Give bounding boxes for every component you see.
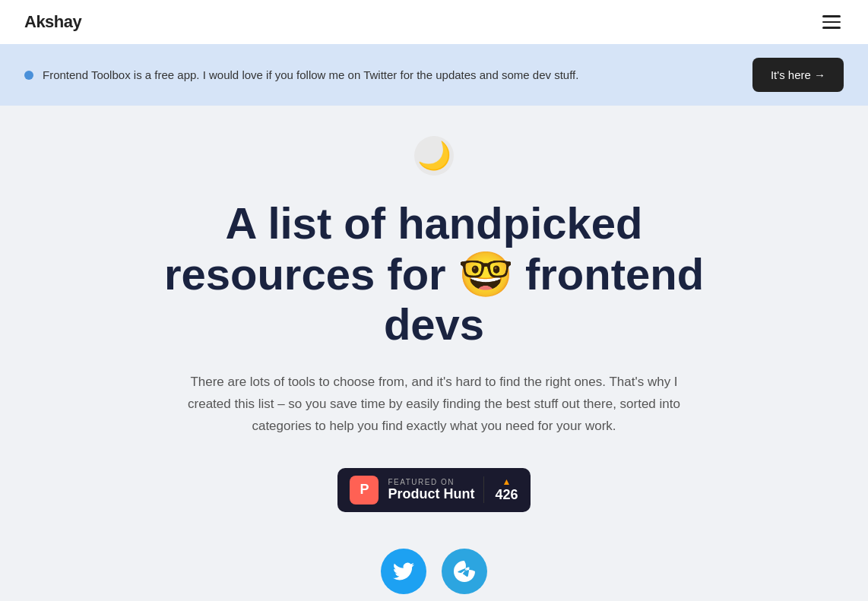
hamburger-line-3 [822, 27, 841, 29]
telegram-icon [454, 561, 475, 582]
ph-vote-count: 426 [495, 487, 518, 503]
ph-featured-label: FEATURED ON [388, 478, 474, 486]
hamburger-line-1 [822, 15, 841, 17]
product-hunt-badge[interactable]: P FEATURED ON Product Hunt ▲ 426 [337, 468, 530, 512]
banner-dot-icon [24, 71, 33, 80]
nerd-emoji: 🤓 [458, 249, 513, 300]
twitter-button[interactable] [381, 549, 426, 594]
banner-text: Frontend Toolbox is a free app. I would … [43, 68, 578, 81]
banner-left: Frontend Toolbox is a free app. I would … [24, 68, 578, 81]
ph-name: Product Hunt [388, 486, 474, 502]
main-content: 🌙 A list of handpicked resources for 🤓 f… [0, 106, 868, 601]
main-headline: A list of handpicked resources for 🤓 fro… [130, 198, 738, 350]
main-description: There are lots of tools to choose from, … [183, 372, 685, 438]
telegram-button[interactable] [442, 549, 487, 594]
moon-icon: 🌙 [414, 136, 454, 176]
product-hunt-logo: P [350, 476, 379, 505]
header: Akshay [0, 0, 868, 44]
product-hunt-text: FEATURED ON Product Hunt [388, 478, 474, 502]
hamburger-line-2 [822, 21, 841, 24]
ph-votes: ▲ 426 [483, 476, 518, 503]
twitter-icon [393, 561, 414, 582]
hamburger-menu[interactable] [819, 12, 844, 32]
ph-upvote-arrow: ▲ [502, 476, 512, 487]
site-logo: Akshay [24, 12, 81, 32]
social-links [381, 549, 487, 594]
announcement-banner: Frontend Toolbox is a free app. I would … [0, 44, 868, 106]
banner-cta-button[interactable]: It's here → [752, 58, 844, 92]
